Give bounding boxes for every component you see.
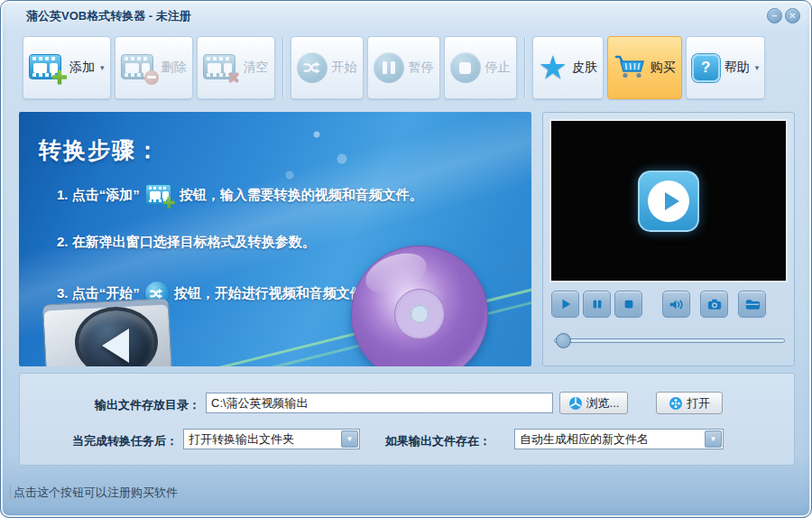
film-remove-icon [121,54,157,82]
window-controls: – ✕ [767,8,800,23]
step-1-text-post: 按钮，输入需要转换的视频和音频文件。 [180,187,423,204]
clear-button[interactable]: 清空 [197,36,275,99]
video-preview-area [549,119,788,282]
play-circle [648,180,689,222]
buy-button[interactable]: 购买 [607,36,682,99]
convert-start-icon [297,52,328,83]
toolbar-separator [524,38,525,97]
after-task-label: 当完成转换任务后： [54,433,178,449]
browse-button[interactable]: 浏览... [559,392,628,414]
snapshot-button[interactable] [700,291,728,318]
after-task-value: 打开转换输出文件夹 [184,431,340,448]
star-skin-icon: ★ [539,51,567,84]
folder-logo-decoration [44,301,171,366]
slider-handle[interactable] [556,333,571,348]
buy-button-label: 购买 [651,60,676,76]
preview-panel [542,112,795,366]
add-button[interactable]: 添加 ▾ [23,36,111,99]
chevron-down-icon: ▼ [346,435,354,443]
start-button[interactable]: 开始 [291,36,364,99]
player-controls [551,291,766,318]
pause-icon [591,298,604,310]
stop-icon [450,52,481,83]
question-glyph: ? [701,59,710,77]
volume-icon [669,298,684,311]
pause-icon [374,52,404,83]
play-icon [559,298,572,310]
output-settings-panel: 输出文件存放目录： 浏览... 打开 当完成转换任务后： 打开转换输出文件夹 [19,373,795,466]
file-exists-label: 如果输出文件存在： [385,433,503,449]
delete-button-label: 删除 [161,60,187,76]
open-folder-button[interactable] [738,291,766,318]
toolbar-separator [282,38,283,97]
status-text: 点击这个按钮可以注册购买软件 [14,485,178,501]
film-clear-icon [203,54,239,82]
combo-arrow-button[interactable]: ▼ [705,430,722,448]
chevron-down-icon: ▼ [710,435,717,443]
player-pause-button[interactable] [583,291,611,318]
steps-heading: 转换步骤： [39,135,161,165]
stop-button-label: 停止 [485,60,511,76]
output-dir-label: 输出文件存放目录： [54,397,200,413]
file-exists-value: 自动生成相应的新文件名 [515,431,704,448]
aperture-icon [568,396,583,411]
cart-icon [614,53,646,83]
player-stop-button[interactable] [614,291,642,318]
slider-track [554,338,785,343]
minimize-button[interactable]: – [767,8,782,23]
volume-button[interactable] [662,291,690,318]
help-icon: ? [692,54,720,82]
clear-button-label: 清空 [244,60,269,76]
add-button-label: 添加 [69,60,95,76]
play-triangle-icon [102,328,129,363]
folder-icon [745,299,760,310]
step-1-text-pre: 1. 点击“添加” [57,187,140,204]
film-add-icon [145,184,174,207]
minimize-icon: – [772,11,778,21]
start-button-label: 开始 [332,60,357,76]
chevron-down-icon: ▾ [755,63,760,72]
app-window: 蒲公英VOB格式转换器 - 未注册 – ✕ 添加 ▾ 删除 [0,0,812,518]
instructions-panel: 转换步骤： 1. 点击“添加” 按钮，输入需要转换的视频和音频文件。 2. 在新… [19,112,531,366]
step-3-text-pre: 3. 点击“开始” [57,285,140,302]
file-exists-select[interactable]: 自动生成相应的新文件名 ▼ [514,429,724,449]
title-bar[interactable]: 蒲公英VOB格式转换器 - 未注册 – ✕ [1,1,811,28]
delete-button[interactable]: 删除 [115,36,193,99]
skin-button[interactable]: ★ 皮肤 [532,36,604,99]
toolbar: 添加 ▾ 删除 清空 [23,36,769,99]
combo-arrow-button[interactable]: ▼ [341,430,358,448]
film-add-icon [29,54,65,82]
seek-slider[interactable] [554,333,785,349]
pause-button[interactable]: 暂停 [367,36,440,99]
player-play-button[interactable] [551,291,579,318]
help-button[interactable]: ? 帮助 ▾ [686,36,766,99]
step-1: 1. 点击“添加” 按钮，输入需要转换的视频和音频文件。 [57,184,423,207]
open-button[interactable]: 打开 [656,392,723,414]
open-button-label: 打开 [687,395,710,412]
step-2-text: 2. 在新弹出窗口选择目标格式及转换参数。 [57,234,316,251]
pause-button-label: 暂停 [409,60,434,76]
step-2: 2. 在新弹出窗口选择目标格式及转换参数。 [57,234,316,251]
status-divider [10,486,11,500]
play-triangle-icon [665,192,679,210]
close-icon: ✕ [789,11,796,21]
output-dir-input[interactable] [206,393,553,413]
status-bar: 点击这个按钮可以注册购买软件 [10,483,178,503]
help-button-label: 帮助 [724,60,750,76]
after-task-select[interactable]: 打开转换输出文件夹 ▼ [183,429,360,449]
film-reel-icon [669,396,683,411]
dvd-disc-decoration [351,245,488,366]
browse-button-label: 浏览... [586,395,620,412]
stop-button[interactable]: 停止 [444,36,517,99]
camera-icon [707,298,722,310]
chevron-down-icon: ▾ [100,63,105,72]
window-title: 蒲公英VOB格式转换器 - 未注册 [26,8,191,24]
stop-icon [623,298,635,310]
close-button[interactable]: ✕ [785,8,800,23]
skin-button-label: 皮肤 [572,60,597,76]
preview-play-button[interactable] [638,171,699,232]
